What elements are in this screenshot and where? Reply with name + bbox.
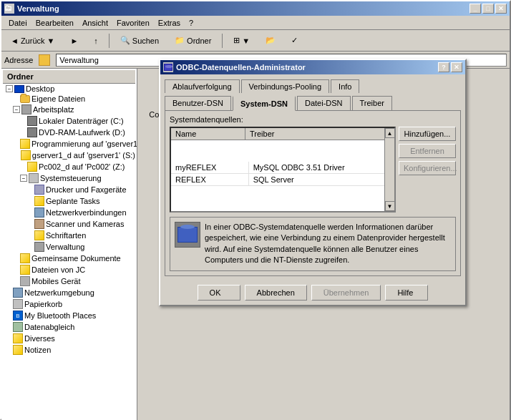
table-header-row: Name Treiber xyxy=(171,128,394,140)
scroll-up[interactable]: ▲ xyxy=(385,128,395,138)
tree-item-tasks[interactable]: Geplante Tasks xyxy=(3,195,135,207)
table-row-2[interactable]: REFLEX SQL Server xyxy=(171,174,394,186)
scroll-down[interactable]: ▼ xyxy=(385,201,395,211)
tab-verbindungspooling[interactable]: Verbindungs-Pooling xyxy=(241,79,330,93)
dsn-table[interactable]: Name Treiber myREFLEX MySQL ODBC 3.51 Dr… xyxy=(170,127,396,213)
minimize-button[interactable]: _ xyxy=(469,4,481,14)
menu-favoriten[interactable]: Favoriten xyxy=(112,17,154,29)
net-folder-icon-1 xyxy=(20,139,30,149)
tree-item-jc[interactable]: Dateien von JC xyxy=(3,264,135,275)
admin-icon xyxy=(34,242,44,252)
info-icon xyxy=(175,222,200,248)
tab-info[interactable]: Info xyxy=(331,79,359,93)
uebernehmen-button[interactable]: Übernehmen xyxy=(311,285,381,301)
cell-name-1: myREFLEX xyxy=(171,162,249,173)
info-box: In einer ODBC-Systemdatenquelle werden I… xyxy=(170,217,456,271)
empty-row-1 xyxy=(171,140,394,162)
back-dropdown-icon[interactable]: ▼ xyxy=(47,36,55,45)
tree-label-bluetooth: My Bluetooth Places xyxy=(24,311,96,320)
konfigurieren-button[interactable]: Konfigurieren... xyxy=(399,161,456,175)
tree-label-eigene-dateien: Eigene Dateien xyxy=(31,94,85,103)
tree-item-gserver1-prog[interactable]: Programmierung auf 'gserver1' xyxy=(3,138,135,150)
hinzufuegen-button[interactable]: Hinzufügen... xyxy=(399,127,456,141)
trash-icon xyxy=(13,299,23,309)
checkmark-button[interactable]: ✓ xyxy=(285,32,304,49)
tree-label-mobiles: Mobiles Gerät xyxy=(31,277,80,285)
view-button[interactable]: ⊞ ▼ xyxy=(227,32,256,49)
close-button[interactable]: ✕ xyxy=(495,4,507,14)
folder-options-button[interactable]: 📂 xyxy=(259,32,282,49)
maximize-button[interactable]: □ xyxy=(482,4,494,14)
tree-item-desktop[interactable]: Desktop xyxy=(3,84,135,94)
tree-item-fonts[interactable]: Schriftarten xyxy=(3,230,135,241)
tree-item-gserver1-s[interactable]: gserver1_d auf 'gserver1' (S:) xyxy=(3,150,135,161)
up-icon: ↑ xyxy=(94,36,98,45)
folders-button[interactable]: 📁 Ordner xyxy=(168,32,218,49)
search-button[interactable]: 🔍 Suchen xyxy=(114,32,165,49)
menu-extras[interactable]: Extras xyxy=(154,17,185,29)
view-icon: ⊞ xyxy=(233,36,240,45)
odbc-close-button[interactable]: ✕ xyxy=(451,62,462,72)
tree-item-d[interactable]: DVD-RAM-Laufwerk (D:) xyxy=(3,127,135,138)
tree-label-systemsteuerung: Systemsteuerung xyxy=(40,174,102,182)
tree-item-notizen[interactable]: Notizen xyxy=(3,344,135,356)
tree-item-scanner[interactable]: Scanner und Kameras xyxy=(3,218,135,230)
tab-datei-dsn[interactable]: Datei-DSN xyxy=(297,96,351,111)
menu-ansicht[interactable]: Ansicht xyxy=(78,17,112,29)
network-icon xyxy=(34,207,44,218)
table-row-1[interactable]: myREFLEX MySQL ODBC 3.51 Driver xyxy=(171,162,394,174)
title-bar: 🗂 Verwaltung _ □ ✕ xyxy=(1,1,510,16)
ok-button[interactable]: OK xyxy=(198,285,240,301)
tree-label-papierkorb: Papierkorb xyxy=(24,300,62,308)
tree-label-c: Lokaler Datenträger (C:) xyxy=(39,117,124,125)
table-wrapper: Name Treiber myREFLEX MySQL ODBC 3.51 Dr… xyxy=(170,127,456,213)
expand-desktop[interactable] xyxy=(6,85,13,92)
odbc-dialog-icon xyxy=(163,62,173,72)
tree-item-mobiles[interactable]: Mobiles Gerät xyxy=(3,275,135,287)
v-scrollbar[interactable]: ▲ ▼ xyxy=(384,128,394,211)
tree-item-netzwerkumgebung[interactable]: Netzwerkumgebung xyxy=(3,287,135,298)
odbc-dialog-title-bar: ODBC-Datenquellen-Administrator ? ✕ xyxy=(160,60,465,74)
abbrechen-button[interactable]: Abbrechen xyxy=(245,285,307,301)
tab-treiber[interactable]: Treiber xyxy=(352,96,392,111)
tree-item-verwaltung[interactable]: Verwaltung xyxy=(3,241,135,253)
tree-item-pc002-z[interactable]: Pc002_d auf 'Pc002' (Z:) xyxy=(3,161,135,172)
address-label: Adresse xyxy=(4,56,33,64)
col-name: Name xyxy=(171,128,245,140)
odbc-help-button[interactable]: ? xyxy=(438,62,449,72)
tab-system-dsn[interactable]: System-DSN xyxy=(233,96,296,111)
menu-datei[interactable]: Datei xyxy=(4,17,31,29)
notizen-icon xyxy=(13,345,23,355)
up-button[interactable]: ↑ xyxy=(87,32,104,49)
back-button[interactable]: ◄ Zurück ▼ xyxy=(4,32,61,49)
title-bar-buttons: _ □ ✕ xyxy=(469,4,507,14)
expand-arbeitsplatz[interactable] xyxy=(13,106,20,113)
tree-item-gemeinsame[interactable]: Gemeinsame Dokumente xyxy=(3,253,135,264)
hilfe-button[interactable]: Hilfe xyxy=(385,285,428,301)
tree-item-netzwerk[interactable]: Netzwerkverbindungen xyxy=(3,207,135,218)
tab-ablaufverfolgung[interactable]: Ablaufverfolgung xyxy=(165,79,240,93)
menu-help[interactable]: ? xyxy=(185,17,198,29)
tree-item-systemsteuerung[interactable]: Systemsteuerung xyxy=(3,172,135,184)
tree-item-c[interactable]: Lokaler Datenträger (C:) xyxy=(3,115,135,127)
tab-benutzer-dsn[interactable]: Benutzer-DSN xyxy=(165,96,231,111)
menu-bearbeiten[interactable]: Bearbeiten xyxy=(31,17,78,29)
folder-options-icon: 📂 xyxy=(266,36,276,45)
tree-item-bluetooth[interactable]: B My Bluetooth Places xyxy=(3,310,135,321)
tree-item-arbeitsplatz[interactable]: Arbeitsplatz xyxy=(3,104,135,115)
tree-item-papierkorb[interactable]: Papierkorb xyxy=(3,298,135,310)
tree-item-drucker[interactable]: Drucker und Faxgeräte xyxy=(3,184,135,195)
view-dropdown-icon[interactable]: ▼ xyxy=(242,36,250,45)
toolbar: ◄ Zurück ▼ ► ↑ 🔍 Suchen 📁 Ordner ⊞ ▼ 📂 ✓ xyxy=(1,30,510,52)
tree-item-diverses[interactable]: Diverses xyxy=(3,333,135,344)
cell-driver-2: SQL Server xyxy=(249,174,394,185)
tree-item-datenabgleich[interactable]: Datenabgleich xyxy=(3,321,135,333)
expand-systemsteuerung[interactable] xyxy=(20,175,27,182)
tree-item-eigene-dateien[interactable]: Eigene Dateien xyxy=(3,94,135,104)
tree-label-arbeitsplatz: Arbeitsplatz xyxy=(33,105,74,114)
scanner-icon xyxy=(34,219,44,229)
forward-button[interactable]: ► xyxy=(64,32,84,49)
entfernen-button[interactable]: Entfernen xyxy=(399,144,456,158)
folders-icon: 📁 xyxy=(175,36,185,45)
disk-d-icon xyxy=(27,127,37,137)
